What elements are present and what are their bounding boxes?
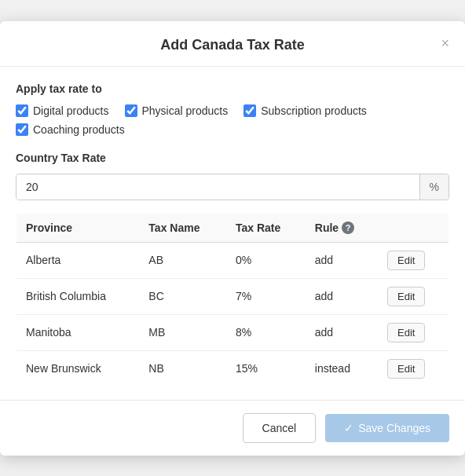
edit-button-0[interactable]: Edit — [387, 251, 425, 270]
cell-edit: Edit — [378, 278, 449, 314]
cell-province: Manitoba — [16, 314, 140, 350]
cell-rule: add — [306, 242, 378, 278]
modal-container: Add Canada Tax Rate × Apply tax rate to … — [0, 21, 465, 456]
checkbox-coaching-input[interactable] — [16, 123, 28, 136]
table-row: British Columbia BC 7% add Edit — [16, 278, 449, 314]
rule-tooltip-icon[interactable]: ? — [342, 222, 354, 234]
checkbox-subscription[interactable]: Subscription products — [243, 104, 367, 117]
modal-footer: Cancel ✓ Save Changes — [0, 400, 465, 456]
col-header-actions — [378, 213, 449, 242]
checkbox-coaching[interactable]: Coaching products — [16, 123, 125, 136]
cell-taxrate: 15% — [226, 350, 306, 386]
edit-button-3[interactable]: Edit — [387, 359, 425, 379]
cancel-button[interactable]: Cancel — [243, 413, 317, 443]
provinces-table: Province Tax Name Tax Rate Rule ? Albert… — [16, 213, 449, 387]
edit-button-1[interactable]: Edit — [387, 287, 425, 306]
checkbox-digital[interactable]: Digital products — [16, 104, 109, 117]
cell-taxname: NB — [139, 350, 226, 386]
cell-rule: add — [306, 278, 378, 314]
cell-taxname: AB — [139, 242, 226, 278]
table-row: Alberta AB 0% add Edit — [16, 242, 449, 278]
rule-header-text: Rule — [315, 222, 339, 234]
checkbox-physical[interactable]: Physical products — [125, 104, 229, 117]
cell-taxname: MB — [139, 314, 226, 350]
cell-taxrate: 0% — [226, 242, 306, 278]
rate-suffix: % — [419, 174, 449, 200]
table-row: Manitoba MB 8% add Edit — [16, 314, 449, 350]
save-button-label: Save Changes — [358, 422, 430, 434]
checkbox-physical-label: Physical products — [142, 104, 229, 117]
apply-section-label: Apply tax rate to — [16, 82, 449, 95]
rate-input[interactable] — [16, 174, 419, 200]
cell-edit: Edit — [378, 314, 449, 350]
country-rate-section: Country Tax Rate % — [16, 152, 449, 200]
col-header-taxname: Tax Name — [139, 213, 226, 242]
modal-header: Add Canada Tax Rate × — [0, 21, 465, 67]
modal-title: Add Canada Tax Rate — [31, 37, 434, 53]
edit-button-2[interactable]: Edit — [387, 323, 425, 342]
cell-edit: Edit — [378, 350, 449, 386]
checkbox-digital-label: Digital products — [33, 104, 109, 117]
cell-taxrate: 7% — [226, 278, 306, 314]
cell-province: New Brunswick — [16, 350, 140, 386]
cell-taxname: BC — [139, 278, 226, 314]
table-header-row: Province Tax Name Tax Rate Rule ? — [16, 213, 449, 242]
col-header-province: Province — [16, 213, 140, 242]
cell-province: Alberta — [16, 242, 140, 278]
col-header-taxrate: Tax Rate — [226, 213, 306, 242]
cell-edit: Edit — [378, 242, 449, 278]
close-button[interactable]: × — [438, 33, 452, 53]
modal-body: Apply tax rate to Digital products Physi… — [0, 67, 465, 400]
cell-taxrate: 8% — [226, 314, 306, 350]
cell-rule: add — [306, 314, 378, 350]
cell-province: British Columbia — [16, 278, 140, 314]
col-header-rule: Rule ? — [306, 213, 378, 242]
cell-rule: instead — [306, 350, 378, 386]
checkbox-coaching-label: Coaching products — [33, 123, 125, 136]
save-check-icon: ✓ — [344, 422, 353, 434]
checkbox-subscription-input[interactable] — [243, 104, 256, 117]
checkbox-physical-input[interactable] — [125, 104, 137, 117]
checkbox-digital-input[interactable] — [16, 104, 28, 117]
country-rate-label: Country Tax Rate — [16, 152, 449, 164]
table-row: New Brunswick NB 15% instead Edit — [16, 350, 449, 386]
checkbox-group: Digital products Physical products Subsc… — [16, 104, 449, 136]
rate-input-row: % — [16, 174, 449, 200]
checkbox-subscription-label: Subscription products — [261, 104, 367, 117]
save-button[interactable]: ✓ Save Changes — [325, 414, 449, 442]
